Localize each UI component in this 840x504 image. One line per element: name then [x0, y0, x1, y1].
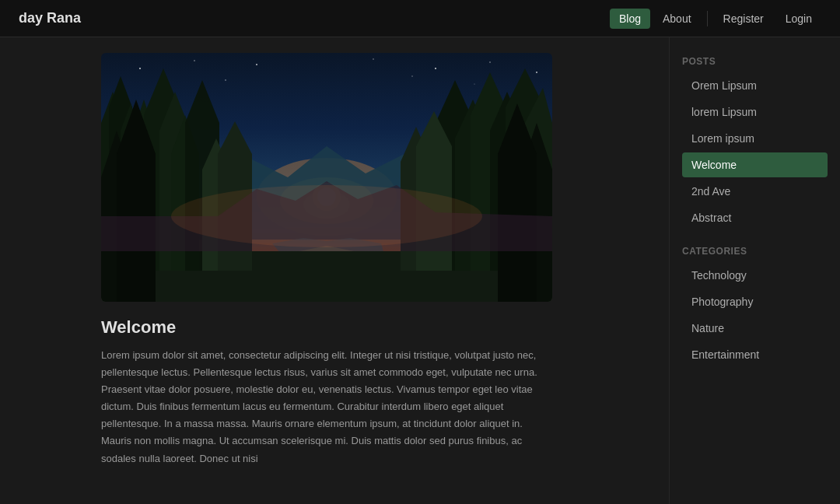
nav-about[interactable]: About: [653, 9, 701, 29]
posts-section-label: Posts: [682, 56, 828, 67]
post-body: Lorem ipsum dolor sit amet, consectetur …: [101, 347, 552, 467]
sidebar-item-lorem-lipsum[interactable]: lorem Lipsum: [682, 100, 828, 124]
post-title: Welcome: [101, 317, 568, 338]
categories-section-label: Categories: [682, 246, 828, 257]
sidebar-item-photography[interactable]: Photography: [682, 289, 828, 314]
sidebar-item-technology[interactable]: Technology: [682, 263, 828, 288]
svg-point-18: [171, 185, 482, 247]
svg-point-7: [536, 72, 537, 73]
svg-point-9: [225, 79, 226, 81]
header: day Rana Blog About Register Login: [0, 0, 840, 37]
svg-point-11: [474, 83, 474, 84]
sidebar-item-2nd-ave[interactable]: 2nd Ave: [682, 179, 828, 204]
site-title: day Rana: [19, 10, 81, 26]
svg-point-6: [489, 61, 491, 63]
sidebar-item-lorem-ipsum[interactable]: Lorem ipsum: [682, 126, 828, 151]
sidebar: Posts Orem Lipsum lorem Lipsum Lorem ips…: [669, 37, 840, 504]
nav-register[interactable]: Register: [714, 9, 773, 29]
nav-blog[interactable]: Blog: [610, 9, 650, 29]
sidebar-item-welcome[interactable]: Welcome: [682, 152, 828, 177]
sidebar-item-abstract[interactable]: Abstract: [682, 205, 828, 230]
sidebar-spacer: [682, 232, 828, 243]
main-nav: Blog About Register Login: [610, 9, 821, 29]
svg-point-4: [373, 58, 374, 60]
hero-image: [101, 53, 552, 302]
sidebar-item-orem-lipsum[interactable]: Orem Lipsum: [682, 73, 828, 98]
svg-point-1: [139, 68, 141, 69]
svg-point-2: [194, 60, 195, 61]
content-area: Welcome Lorem ipsum dolor sit amet, cons…: [0, 37, 669, 504]
sidebar-item-entertainment[interactable]: Entertainment: [682, 342, 828, 367]
svg-point-5: [435, 68, 436, 69]
sidebar-item-nature[interactable]: Nature: [682, 316, 828, 341]
nav-divider: [707, 11, 708, 26]
svg-point-3: [256, 64, 257, 65]
nav-login[interactable]: Login: [776, 9, 821, 29]
svg-point-10: [411, 75, 412, 76]
main-container: Welcome Lorem ipsum dolor sit amet, cons…: [0, 37, 840, 504]
